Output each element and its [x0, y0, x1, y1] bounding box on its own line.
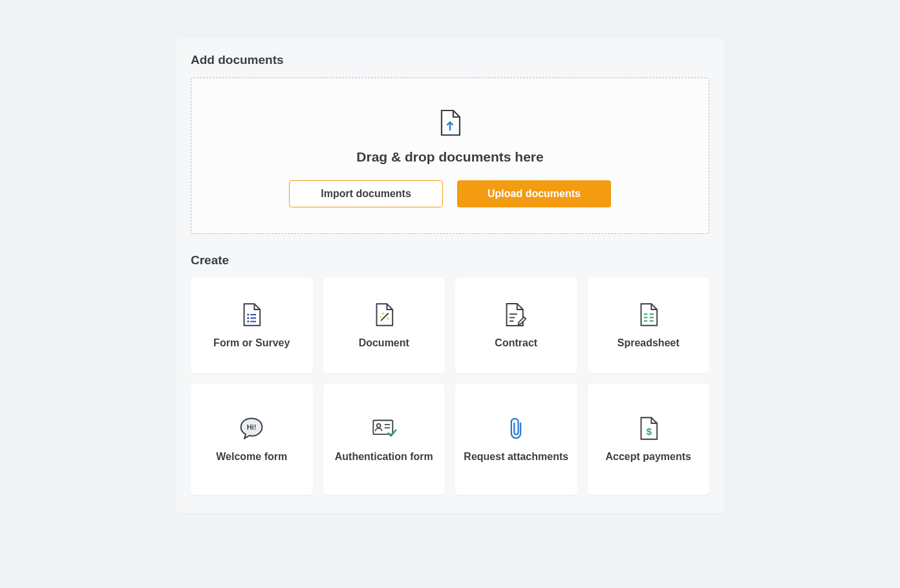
dropzone-button-row: Import documents Upload documents: [289, 180, 611, 207]
svg-point-9: [380, 316, 381, 317]
paperclip-icon: [503, 415, 529, 441]
form-icon: [239, 302, 264, 328]
create-tile-spreadsheet[interactable]: Spreadsheet: [588, 278, 710, 373]
svg-text:Hi!: Hi!: [247, 423, 257, 430]
auth-id-icon: [371, 415, 397, 441]
add-documents-panel: Add documents Drag & drop documents here…: [175, 39, 725, 513]
svg-line-6: [381, 313, 388, 320]
create-tile-form-survey[interactable]: Form or Survey: [191, 278, 313, 373]
svg-point-4: [247, 320, 249, 322]
create-tile-welcome-form[interactable]: Hi! Welcome form: [191, 384, 313, 495]
add-documents-title: Add documents: [191, 53, 709, 67]
document-wand-icon: [371, 302, 397, 328]
create-tile-authentication-form[interactable]: Authentication form: [323, 384, 445, 495]
tile-label: Spreadsheet: [617, 337, 680, 350]
create-tile-contract[interactable]: Contract: [455, 278, 577, 373]
tile-label: Authentication form: [335, 450, 433, 464]
spreadsheet-icon: [636, 302, 661, 328]
welcome-chat-icon: Hi!: [239, 415, 264, 441]
create-tile-accept-payments[interactable]: $ Accept payments: [588, 384, 710, 495]
import-documents-button[interactable]: Import documents: [289, 180, 443, 207]
svg-point-21: [377, 424, 381, 428]
svg-point-2: [247, 317, 249, 319]
upload-file-icon: [439, 109, 461, 136]
tile-label: Welcome form: [216, 450, 287, 464]
dropzone-text: Drag & drop documents here: [356, 149, 543, 165]
svg-point-8: [387, 318, 389, 319]
upload-documents-button[interactable]: Upload documents: [457, 180, 611, 207]
contract-icon: [503, 302, 529, 328]
tile-label: Request attachments: [464, 450, 568, 464]
create-section-title: Create: [191, 253, 709, 268]
tile-label: Document: [359, 337, 409, 350]
tile-label: Form or Survey: [213, 337, 290, 350]
svg-point-7: [382, 313, 383, 314]
dropzone-area[interactable]: Drag & drop documents here Import docume…: [191, 78, 709, 234]
payment-icon: $: [636, 415, 661, 441]
tile-label: Accept payments: [606, 450, 692, 464]
create-grid: Form or Survey Document: [191, 278, 709, 495]
svg-point-0: [247, 313, 249, 315]
svg-text:$: $: [646, 425, 652, 436]
create-tile-request-attachments[interactable]: Request attachments: [455, 384, 577, 495]
tile-label: Contract: [495, 337, 537, 350]
create-tile-document[interactable]: Document: [323, 278, 445, 373]
